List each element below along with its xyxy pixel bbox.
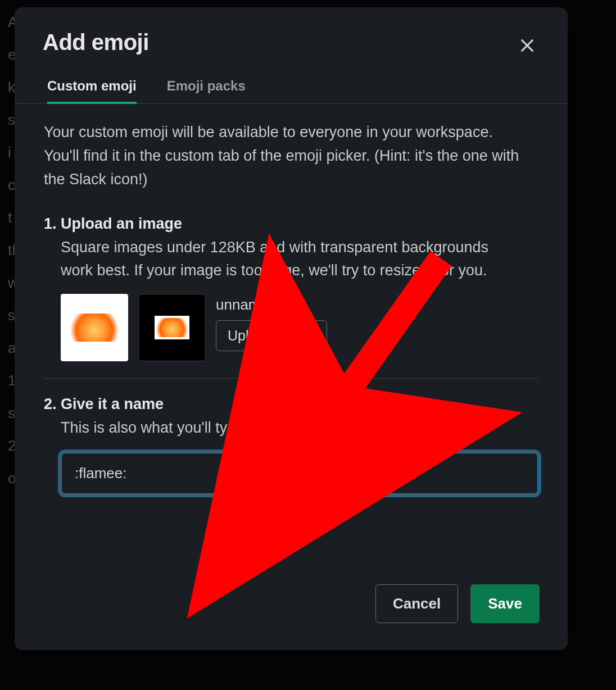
modal-header: Add emoji xyxy=(15,7,568,58)
step1-desc: Square images under 128KB and with trans… xyxy=(61,236,522,283)
flame-icon xyxy=(155,316,189,339)
modal-body: Your custom emoji will be available to e… xyxy=(15,104,568,565)
divider xyxy=(44,378,538,379)
tab-emoji-packs[interactable]: Emoji packs xyxy=(167,78,246,103)
modal-title: Add emoji xyxy=(43,30,149,55)
save-button[interactable]: Save xyxy=(470,584,540,623)
step-upload: 1. Upload an image Square images under 1… xyxy=(44,215,538,362)
upload-image-button[interactable]: Upload Image xyxy=(216,320,327,351)
close-button[interactable] xyxy=(515,33,540,58)
upload-meta: unnamed.jpg Upload Image xyxy=(216,294,327,351)
step2-heading: 2. Give it a name xyxy=(44,396,538,413)
uploaded-filename: unnamed.jpg xyxy=(216,296,327,314)
step2-desc: This is also what you'll type to add thi… xyxy=(61,416,522,440)
intro-text: Your custom emoji will be available to e… xyxy=(44,121,522,192)
step1-heading: 1. Upload an image xyxy=(44,215,538,233)
flame-icon xyxy=(69,314,120,342)
upload-row: unnamed.jpg Upload Image xyxy=(61,294,538,361)
modal-footer: Cancel Save xyxy=(15,565,568,650)
tabs: Custom emoji Emoji packs xyxy=(15,58,568,104)
emoji-preview-light xyxy=(61,294,128,361)
tab-custom-emoji[interactable]: Custom emoji xyxy=(47,78,137,104)
close-icon xyxy=(518,37,536,55)
cancel-button[interactable]: Cancel xyxy=(375,584,458,623)
emoji-name-input[interactable] xyxy=(61,452,538,494)
add-emoji-modal: Add emoji Custom emoji Emoji packs Your … xyxy=(15,7,568,650)
emoji-preview-dark xyxy=(138,294,206,361)
step-name: 2. Give it a name This is also what you'… xyxy=(44,396,538,494)
